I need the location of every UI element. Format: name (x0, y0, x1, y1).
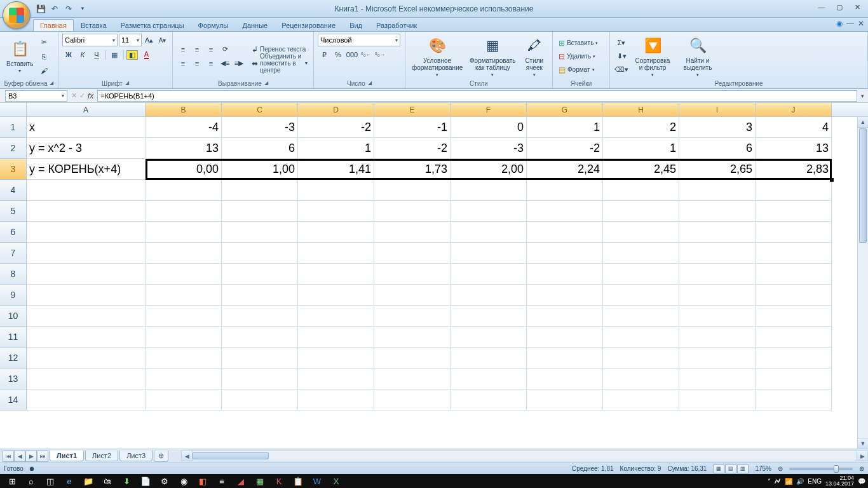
font-dialog-icon[interactable]: ◢ (125, 80, 129, 87)
excel-icon[interactable]: X (327, 475, 346, 487)
cell[interactable] (756, 348, 832, 369)
cell-c1[interactable]: -3 (222, 117, 298, 138)
cell[interactable] (451, 180, 527, 201)
font-color-icon[interactable]: A (140, 48, 153, 61)
cell-j2[interactable]: 13 (756, 138, 832, 159)
comma-icon[interactable]: 000 (346, 48, 358, 61)
cell[interactable] (527, 264, 603, 285)
cell[interactable] (298, 348, 374, 369)
row-header-6[interactable]: 6 (0, 222, 27, 243)
cell[interactable] (603, 222, 679, 243)
align-right-icon[interactable]: ≡ (205, 57, 217, 70)
cell-c2[interactable]: 6 (222, 138, 298, 159)
cell[interactable] (298, 327, 374, 348)
cell[interactable] (298, 285, 374, 306)
cell[interactable] (679, 285, 756, 306)
cell[interactable] (298, 369, 374, 390)
cell[interactable] (679, 390, 756, 410)
app-icon[interactable]: 📄 (136, 475, 155, 487)
format-painter-icon[interactable]: 🖌 (37, 64, 50, 77)
office-button[interactable] (3, 1, 31, 29)
merge-center-button[interactable]: ⬌Объединить и поместить в центре▾ (250, 57, 309, 70)
row-header-5[interactable]: 5 (0, 201, 27, 222)
cell[interactable] (527, 327, 603, 348)
cell[interactable] (27, 243, 146, 264)
page-break-view-icon[interactable]: ▥ (737, 464, 749, 473)
align-bottom-icon[interactable]: ≡ (205, 43, 217, 56)
cell[interactable] (374, 201, 451, 222)
row-header-2[interactable]: 2 (0, 138, 27, 159)
start-button[interactable]: ⊞ (3, 475, 22, 487)
number-dialog-icon[interactable]: ◢ (368, 80, 372, 87)
font-size-combo[interactable]: 11▾ (119, 34, 142, 46)
col-header-i[interactable]: I (679, 103, 756, 116)
fill-icon[interactable]: ⬇▾ (614, 50, 629, 63)
clipboard-dialog-icon[interactable]: ◢ (50, 80, 53, 87)
find-select-button[interactable]: 🔍 Найти и выделить▾ (676, 34, 719, 79)
tray-chevron-icon[interactable]: ˄ (768, 478, 771, 485)
cell-a3[interactable]: y = КОРЕНЬ(x+4) (27, 159, 146, 180)
cell-c3[interactable]: 1,00 (222, 159, 298, 180)
cell-i1[interactable]: 3 (679, 117, 756, 138)
cell[interactable] (451, 222, 527, 243)
expand-formula-bar-icon[interactable]: ▾ (857, 93, 868, 99)
app-icon[interactable]: ◧ (193, 475, 212, 487)
cell[interactable] (527, 285, 603, 306)
cell-j3[interactable]: 2,83 (756, 159, 832, 180)
new-sheet-button[interactable]: ⊕ (154, 451, 168, 462)
undo-icon[interactable]: ↶ (48, 3, 61, 15)
cell[interactable] (146, 390, 222, 410)
cell[interactable] (146, 180, 222, 201)
cell[interactable] (603, 369, 679, 390)
align-center-icon[interactable]: ≡ (191, 57, 203, 70)
cell[interactable] (451, 327, 527, 348)
cell-e1[interactable]: -1 (374, 117, 451, 138)
cell-f1[interactable]: 0 (451, 117, 527, 138)
align-left-icon[interactable]: ≡ (177, 57, 189, 70)
cell-a1[interactable]: x (27, 117, 146, 138)
cell-b2[interactable]: 13 (146, 138, 222, 159)
volume-icon[interactable]: 🔊 (796, 478, 804, 485)
language-indicator[interactable]: ENG (808, 478, 822, 485)
cell[interactable] (222, 327, 298, 348)
currency-icon[interactable]: ₽ (318, 48, 330, 61)
cell[interactable] (146, 222, 222, 243)
explorer-icon[interactable]: 📁 (79, 475, 98, 487)
cell[interactable] (756, 327, 832, 348)
cell[interactable] (222, 348, 298, 369)
cell[interactable] (603, 264, 679, 285)
redo-icon[interactable]: ↷ (62, 3, 75, 15)
bold-button[interactable]: Ж (62, 48, 75, 61)
cell[interactable] (756, 180, 832, 201)
app-icon[interactable]: ▦ (250, 475, 269, 487)
sheet-nav-last-icon[interactable]: ⏭ (37, 451, 48, 462)
cell[interactable] (298, 264, 374, 285)
cell[interactable] (527, 243, 603, 264)
cell[interactable] (756, 306, 832, 327)
row-header-7[interactable]: 7 (0, 243, 27, 264)
col-header-d[interactable]: D (298, 103, 374, 116)
tab-developer[interactable]: Разработчик (369, 19, 424, 31)
cell-g1[interactable]: 1 (527, 117, 603, 138)
macro-record-icon[interactable]: ⏺ (29, 465, 35, 472)
indent-decrease-icon[interactable]: ◀≡ (219, 57, 231, 70)
row-header-3[interactable]: 3 (0, 159, 27, 180)
cell-d2[interactable]: 1 (298, 138, 374, 159)
cell[interactable] (603, 327, 679, 348)
cell[interactable] (27, 285, 146, 306)
cell-g3[interactable]: 2,24 (527, 159, 603, 180)
row-header-9[interactable]: 9 (0, 285, 27, 306)
cell[interactable] (679, 222, 756, 243)
cell-d3[interactable]: 1,41 (298, 159, 374, 180)
cell[interactable] (527, 390, 603, 410)
number-format-combo[interactable]: Числовой▾ (318, 34, 400, 46)
scroll-left-icon[interactable]: ◀ (182, 451, 193, 461)
cell[interactable] (527, 222, 603, 243)
scroll-up-icon[interactable]: ▲ (858, 117, 868, 128)
tab-home[interactable]: Главная (33, 19, 74, 31)
sheet-nav-next-icon[interactable]: ▶ (25, 451, 37, 462)
cell-styles-button[interactable]: 🖍 Стили ячеек▾ (520, 34, 548, 79)
cell[interactable] (298, 243, 374, 264)
enter-formula-icon[interactable]: ✓ (79, 92, 85, 100)
cell-i2[interactable]: 6 (679, 138, 756, 159)
